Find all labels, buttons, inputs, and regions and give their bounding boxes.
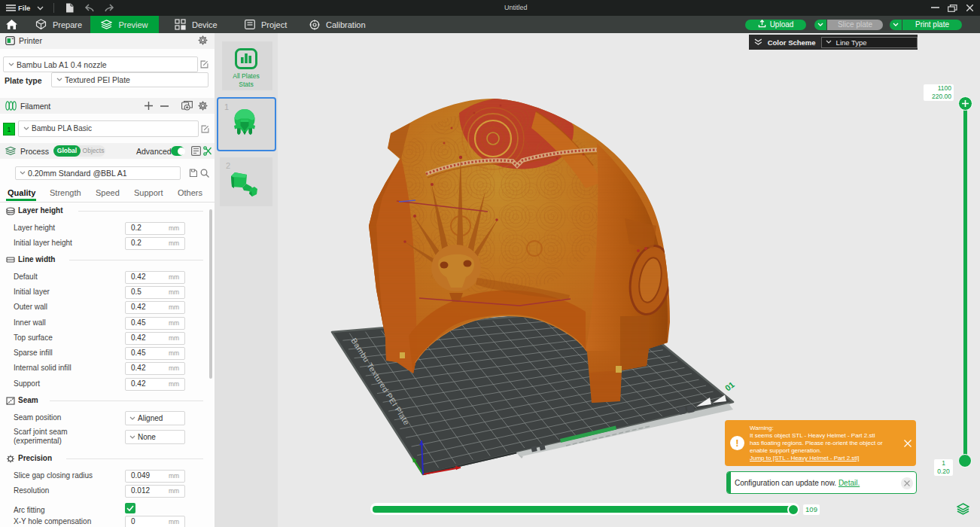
svg-text:01: 01 bbox=[723, 380, 736, 393]
